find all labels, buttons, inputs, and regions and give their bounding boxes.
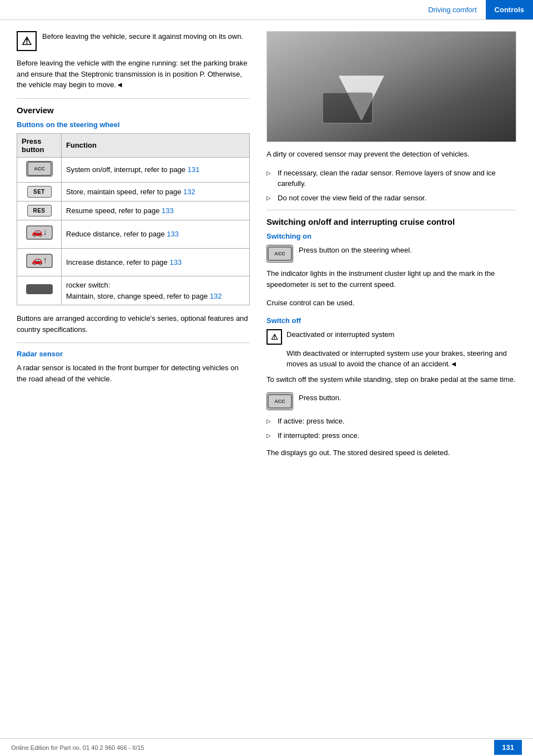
switching-heading: Switching on/off and interrupting cruise… xyxy=(266,217,516,226)
press-button-svg: ACC xyxy=(268,394,292,409)
press-button-icon: ACC xyxy=(266,392,293,410)
bullet-interrupted: If interrupted: press once. xyxy=(266,430,516,441)
table-cell-func-4: Reduce distance, refer to page 133 xyxy=(62,220,250,249)
radar-image-svg xyxy=(267,32,516,142)
switching-on-row: ACC Press button on the steering wheel. xyxy=(266,245,516,263)
bullet-active: If active: press twice. xyxy=(266,416,516,427)
svg-rect-8 xyxy=(323,93,373,123)
table-cell-func-2: Store, maintain speed, refer to page 132 xyxy=(62,183,250,201)
reduce-distance-icon: 🚗↓ xyxy=(26,224,53,241)
buttons-table: Press button Function ACC xyxy=(17,133,250,306)
buttons-heading: Buttons on the steering wheel xyxy=(17,120,250,129)
switch-off-sub: Switch off xyxy=(266,316,516,325)
table-header-button: Press button xyxy=(17,133,62,157)
table-cell-btn: ACC xyxy=(17,157,62,183)
table-cell-func-1: System on/off, interrupt, refer to page … xyxy=(62,157,250,183)
press-bullets: If active: press twice. If interrupted: … xyxy=(266,416,516,441)
dirty-sensor-text: A dirty or covered sensor may prevent th… xyxy=(266,149,516,160)
svg-rect-6 xyxy=(267,32,516,142)
footer-online-edition: Online Edition for Part no. 01 40 2 960 … xyxy=(11,744,144,751)
divider-3 xyxy=(266,210,516,210)
press-button-text: Press button. xyxy=(299,392,341,404)
switching-on-svg: ACC xyxy=(268,246,292,261)
radar-bullets: If necessary, clean the radar sensor. Re… xyxy=(266,168,516,204)
cruise-text: Cruise control can be used. xyxy=(266,298,516,309)
table-row: RES Resume speed, refer to page 133 xyxy=(17,201,250,220)
table-row: ACC System on/off, interrupt, refer to p… xyxy=(17,157,250,183)
table-cell-btn: SET xyxy=(17,183,62,201)
cruise-icon-svg: ACC xyxy=(27,162,52,176)
bullet-dont-cover: Do not cover the view field of the radar… xyxy=(266,193,516,204)
svg-text:ACC: ACC xyxy=(34,166,45,172)
switching-on-icon: ACC xyxy=(266,245,293,263)
set-button-icon: SET xyxy=(27,186,52,198)
main-content: ⚠ Before leaving the vehicle, secure it … xyxy=(0,20,533,477)
warning-text: Before leaving the vehicle, secure it ag… xyxy=(42,31,243,42)
table-cell-btn: RES xyxy=(17,201,62,220)
bullet-clean-radar: If necessary, clean the radar sensor. Re… xyxy=(266,168,516,189)
table-cell-btn: 🚗↑ xyxy=(17,248,62,276)
increase-distance-icon: 🚗↑ xyxy=(26,252,53,270)
radar-body: A radar sensor is located in the front b… xyxy=(17,362,250,384)
cruise-button-icon: ACC xyxy=(26,161,53,177)
deactivated-warning: ⚠ Deactivated or interrupted system xyxy=(266,329,516,345)
svg-text:🚗↑: 🚗↑ xyxy=(32,255,47,265)
svg-text:ACC: ACC xyxy=(274,251,285,256)
press-button-row: ACC Press button. xyxy=(266,392,516,410)
table-header-function: Function xyxy=(62,133,250,157)
with-deactivated-text: With deactivated or interrupted system u… xyxy=(266,348,516,370)
res-button-icon: RES xyxy=(27,205,52,216)
divider-1 xyxy=(17,98,250,99)
switch-off-text: To switch off the system while standing,… xyxy=(266,374,516,385)
warning-body-text: Before leaving the vehicle with the engi… xyxy=(17,58,250,90)
rocker-switch-icon xyxy=(26,284,53,294)
table-cell-func-3: Resume speed, refer to page 133 xyxy=(62,201,250,220)
deactivated-warning-icon: ⚠ xyxy=(266,329,282,345)
page-header: Driving comfort Controls xyxy=(0,0,533,20)
switching-on-text: Press button on the steering wheel. xyxy=(299,245,412,256)
left-column: ⚠ Before leaving the vehicle, secure it … xyxy=(0,31,261,477)
table-row: SET Store, maintain speed, refer to page… xyxy=(17,183,250,201)
table-row: 🚗↓ Reduce distance, refer to page 133 xyxy=(17,220,250,249)
table-cell-btn: 🚗↓ xyxy=(17,220,62,249)
warning-box: ⚠ Before leaving the vehicle, secure it … xyxy=(17,31,250,51)
page-footer: Online Edition for Part no. 01 40 2 960 … xyxy=(0,738,533,756)
svg-text:🚗↓: 🚗↓ xyxy=(32,226,47,237)
buttons-note: Buttons are arranged according to vehicl… xyxy=(17,313,250,335)
overview-heading: Overview xyxy=(17,105,250,115)
right-column: A dirty or covered sensor may prevent th… xyxy=(261,31,533,477)
displays-text: The displays go out. The stored desired … xyxy=(266,447,516,458)
table-cell-btn xyxy=(17,276,62,305)
radar-heading: Radar sensor xyxy=(17,350,250,358)
indicator-text: The indicator lights in the instrument c… xyxy=(266,268,516,290)
footer-page-number: 131 xyxy=(494,740,522,755)
header-driving-comfort: Driving comfort xyxy=(419,0,485,19)
divider-2 xyxy=(17,342,250,343)
warning-icon: ⚠ xyxy=(17,31,37,51)
header-controls: Controls xyxy=(486,0,533,19)
switching-on-sub: Switching on xyxy=(266,232,516,240)
radar-sensor-image xyxy=(266,31,516,142)
svg-text:ACC: ACC xyxy=(274,399,285,404)
table-row: rocker switch: Maintain, store, change s… xyxy=(17,276,250,305)
table-cell-func-6: rocker switch: Maintain, store, change s… xyxy=(62,276,250,305)
deactivated-label: Deactivated or interrupted system xyxy=(286,329,394,340)
table-row: 🚗↑ Increase distance, refer to page 133 xyxy=(17,248,250,276)
table-cell-func-5: Increase distance, refer to page 133 xyxy=(62,248,250,276)
